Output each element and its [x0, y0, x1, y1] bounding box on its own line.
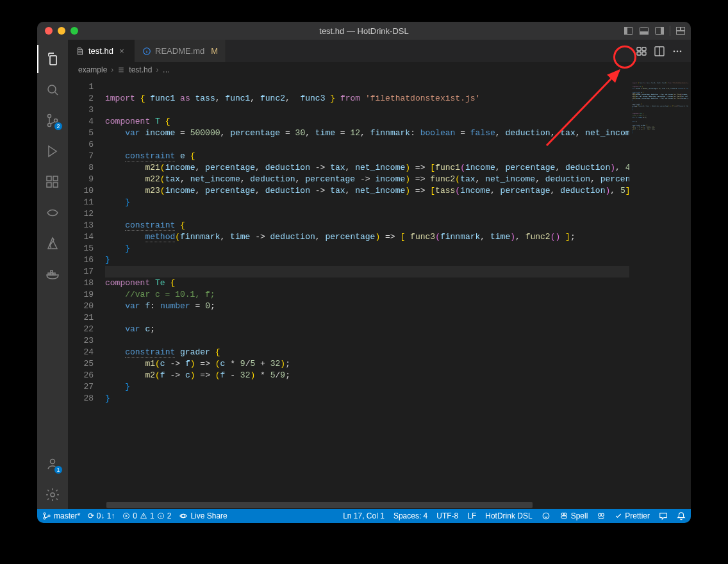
svg-rect-27 [642, 52, 646, 55]
svg-rect-13 [47, 176, 51, 181]
svg-point-38 [182, 514, 185, 517]
tab-label: README.md [155, 46, 204, 56]
tab-test-hd[interactable]: test.hd × [68, 40, 135, 62]
svg-point-22 [51, 493, 54, 497]
svg-rect-25 [642, 47, 646, 51]
notifications-bell-icon[interactable] [677, 511, 686, 520]
svg-point-43 [599, 513, 601, 516]
toggle-bottom-panel-icon[interactable] [639, 26, 649, 36]
svg-rect-15 [53, 183, 58, 187]
warnings-count: 1 [150, 511, 154, 520]
titlebar: test.hd — HotDrink-DSL [37, 22, 691, 40]
svg-rect-20 [51, 270, 53, 272]
code-content[interactable]: import { func1 as tass, func1, func2, fu… [101, 78, 629, 501]
info-count: 2 [167, 511, 172, 520]
live-share-label: Live Share [190, 511, 227, 520]
editor-area: test.hd × README.md M [68, 40, 691, 509]
run-debug-icon[interactable] [37, 137, 68, 165]
editor-tab-actions [636, 40, 691, 62]
editor-split: 1234567891011121314151617181920212223242… [68, 78, 691, 501]
svg-point-32 [680, 50, 682, 52]
git-branch-item[interactable]: master* [42, 511, 80, 520]
svg-point-31 [677, 50, 679, 52]
cursor-position[interactable]: Ln 17, Col 1 [343, 511, 385, 520]
accounts-badge: 1 [54, 465, 63, 474]
svg-point-34 [44, 517, 46, 519]
vscode-window: test.hd — HotDrink-DSL [37, 22, 691, 523]
maximize-window-button[interactable] [70, 27, 78, 35]
svg-point-10 [48, 115, 51, 118]
search-icon[interactable] [37, 76, 68, 104]
file-icon [76, 47, 85, 56]
svg-rect-3 [640, 32, 649, 35]
file-list-icon [117, 66, 125, 74]
sync-text: ⟳ 0↓ 1↑ [88, 511, 115, 520]
settings-gear-icon[interactable] [37, 481, 68, 509]
feedback-smiley-icon[interactable] [659, 511, 668, 520]
svg-point-33 [44, 513, 46, 515]
toggle-right-panel-icon[interactable] [654, 26, 665, 36]
minimap[interactable]: import { func1 as tass, func1, func2, fu… [629, 78, 691, 501]
tab-label: test.hd [88, 46, 113, 56]
customize-layout-icon[interactable] [675, 26, 686, 36]
svg-point-11 [48, 124, 51, 127]
eol-status[interactable]: LF [467, 511, 476, 520]
breadcrumb-item[interactable]: example [78, 65, 107, 74]
extensions-icon[interactable] [37, 168, 68, 196]
svg-rect-8 [677, 31, 685, 35]
azure-icon[interactable] [37, 229, 68, 258]
editor-tabs: test.hd × README.md M [68, 40, 691, 62]
svg-rect-42 [561, 516, 567, 518]
source-control-icon[interactable]: 2 [37, 106, 68, 135]
errors-count: 0 [133, 511, 137, 520]
code-editor[interactable]: 1234567891011121314151617181920212223242… [68, 78, 629, 501]
modified-indicator: M [211, 46, 218, 56]
info-icon [142, 47, 151, 56]
split-editor-icon[interactable] [654, 46, 665, 57]
svg-rect-24 [637, 47, 641, 51]
svg-point-21 [51, 460, 55, 464]
live-share-status[interactable]: Live Share [179, 511, 227, 520]
copilot-icon[interactable] [597, 511, 606, 520]
docker-icon[interactable] [37, 260, 68, 288]
accounts-icon[interactable]: 1 [37, 450, 68, 478]
svg-rect-7 [681, 28, 685, 31]
window-title: test.hd — HotDrink-DSL [37, 26, 691, 36]
workbench-body: 2 1 [37, 40, 691, 509]
toggle-panel-icon[interactable] [624, 26, 634, 36]
more-actions-icon[interactable] [672, 46, 683, 57]
spell-status[interactable]: Spell [559, 511, 588, 520]
prettier-status[interactable]: Prettier [615, 511, 650, 520]
breadcrumb[interactable]: example › test.hd › … [68, 62, 691, 78]
line-gutter: 1234567891011121314151617181920212223242… [68, 78, 101, 501]
live-share-icon[interactable] [37, 199, 68, 227]
svg-rect-5 [661, 28, 664, 35]
svg-point-30 [674, 50, 675, 52]
svg-point-39 [543, 513, 549, 519]
feedback-icon[interactable] [542, 511, 550, 520]
language-mode[interactable]: HotDrink DSL [485, 511, 532, 520]
title-layout-actions [624, 26, 686, 36]
breadcrumb-item[interactable]: test.hd [129, 65, 152, 74]
git-sync-item[interactable]: ⟳ 0↓ 1↑ [88, 511, 115, 520]
chevron-right-icon: › [111, 65, 113, 74]
close-tab-icon[interactable]: × [117, 46, 126, 56]
close-window-button[interactable] [45, 27, 53, 35]
indentation-status[interactable]: Spaces: 4 [393, 511, 427, 520]
encoding-status[interactable]: UTF-8 [436, 511, 458, 520]
chevron-right-icon: › [156, 65, 158, 74]
svg-point-44 [601, 513, 604, 516]
svg-rect-1 [625, 28, 627, 35]
problems-item[interactable]: 0 1 2 [122, 511, 171, 520]
explorer-icon[interactable] [37, 45, 68, 73]
tab-readme[interactable]: README.md M [135, 40, 226, 62]
run-preview-icon[interactable] [636, 46, 647, 57]
svg-point-9 [48, 85, 56, 93]
scrollbar-thumb[interactable] [106, 502, 533, 508]
status-bar: master* ⟳ 0↓ 1↑ 0 1 2 Live Share Ln 17, … [37, 509, 691, 523]
traffic-lights [37, 27, 78, 35]
minimize-window-button[interactable] [58, 27, 65, 35]
breadcrumb-item[interactable]: … [162, 65, 170, 74]
svg-rect-26 [637, 52, 641, 55]
horizontal-scrollbar[interactable] [68, 501, 691, 509]
